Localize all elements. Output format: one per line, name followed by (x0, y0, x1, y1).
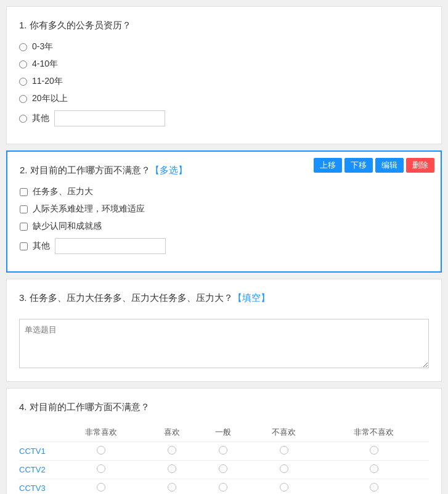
matrix-row-1: CCTV2 (19, 461, 429, 479)
option-row: 20年以上 (19, 93, 429, 104)
other-input-q1[interactable] (54, 110, 165, 126)
matrix-row-0: CCTV1 (19, 442, 429, 461)
matrix-cell-2-3 (248, 479, 319, 495)
radio-q1-0[interactable] (19, 43, 27, 51)
matrix-col-header-0: 非常喜欢 (56, 423, 146, 442)
edit-button[interactable]: 编辑 (375, 158, 404, 173)
matrix-radio-2-4[interactable] (370, 483, 378, 492)
radio-q1-other[interactable] (19, 115, 27, 123)
radio-q1-1[interactable] (19, 60, 27, 68)
matrix-radio-1-0[interactable] (97, 464, 105, 473)
action-bar: 上移 下移 编辑 删除 (314, 158, 434, 173)
option-text: 20年以上 (32, 93, 68, 104)
option-text: 4-10年 (32, 59, 58, 70)
matrix-cell-1-1 (146, 461, 197, 479)
matrix-cell-0-2 (197, 442, 248, 461)
matrix-row-label-1: CCTV2 (19, 461, 56, 479)
option-row: 11-20年 (19, 76, 429, 87)
option-text: 11-20年 (32, 76, 63, 87)
matrix-cell-0-4 (319, 442, 429, 461)
option-row: 人际关系难处理，环境难适应 (20, 204, 428, 215)
radio-q1-2[interactable] (19, 78, 27, 86)
option-other-label: 其他 (32, 113, 49, 124)
up-button[interactable]: 上移 (314, 158, 342, 173)
fill-tag: 【填空】 (233, 292, 270, 303)
matrix-cell-1-2 (197, 461, 248, 479)
page-container: 1. 你有多久的公务员资历？ 0-3年 4-10年 11-20年 20年以上 其… (6, 6, 442, 494)
checkbox-q2-0[interactable] (20, 188, 28, 196)
radio-q1-3[interactable] (19, 95, 27, 103)
option-row: 缺少认同和成就感 (20, 221, 428, 232)
matrix-col-header-4: 非常不喜欢 (319, 423, 429, 442)
matrix-cell-0-1 (146, 442, 197, 461)
matrix-cell-2-1 (146, 479, 197, 495)
question-3-title: 3. 任务多、压力大任务多、压力大任务多、压力大？【填空】 (19, 290, 429, 305)
matrix-cell-0-3 (248, 442, 319, 461)
option-text: 人际关系难处理，环境难适应 (33, 204, 145, 215)
question-2-title-text: 2. 对目前的工作哪方面不满意？ (20, 165, 150, 175)
option-row-other: 其他 (20, 238, 428, 254)
checkbox-q2-1[interactable] (20, 205, 28, 213)
question-4: 4. 对目前的工作哪方面不满意？ 非常喜欢 喜欢 一般 不喜欢 非常不喜欢 CC… (6, 388, 442, 494)
matrix-radio-2-1[interactable] (168, 483, 176, 492)
matrix-radio-1-1[interactable] (168, 464, 176, 473)
matrix-col-header-3: 不喜欢 (248, 423, 319, 442)
matrix-header-row: 非常喜欢 喜欢 一般 不喜欢 非常不喜欢 (19, 423, 429, 442)
matrix-radio-0-4[interactable] (370, 446, 378, 455)
matrix-table: 非常喜欢 喜欢 一般 不喜欢 非常不喜欢 CCTV1 CCTV2 (19, 423, 429, 494)
matrix-cell-2-4 (319, 479, 429, 495)
question-2: 上移 下移 编辑 删除 2. 对目前的工作哪方面不满意？【多选】 任务多、压力大… (6, 150, 442, 273)
option-text: 0-3年 (32, 41, 53, 52)
matrix-radio-2-2[interactable] (219, 483, 227, 492)
option-text: 任务多、压力大 (33, 186, 93, 197)
checkbox-q2-other[interactable] (20, 242, 28, 250)
question-3-title-text: 3. 任务多、压力大任务多、压力大任务多、压力大？ (19, 292, 233, 303)
fill-textarea-q3[interactable] (19, 319, 429, 368)
option-text: 缺少认同和成就感 (33, 221, 102, 232)
matrix-row-label-0: CCTV1 (19, 442, 56, 461)
down-button[interactable]: 下移 (344, 158, 373, 173)
question-4-title: 4. 对目前的工作哪方面不满意？ (19, 400, 429, 414)
delete-button[interactable]: 删除 (406, 158, 434, 173)
matrix-radio-0-3[interactable] (280, 446, 288, 455)
checkbox-q2-2[interactable] (20, 223, 28, 231)
other-input-q2[interactable] (55, 238, 166, 254)
matrix-row-2: CCTV3 (19, 479, 429, 495)
option-row: 4-10年 (19, 59, 429, 70)
matrix-cell-1-3 (248, 461, 319, 479)
matrix-row-header-empty (19, 423, 56, 442)
matrix-radio-2-3[interactable] (280, 483, 288, 492)
matrix-col-header-1: 喜欢 (146, 423, 197, 442)
matrix-cell-0-0 (56, 442, 146, 461)
matrix-row-label-2: CCTV3 (19, 479, 56, 495)
matrix-radio-0-1[interactable] (168, 446, 176, 455)
matrix-cell-1-4 (319, 461, 429, 479)
option-row-other: 其他 (19, 110, 429, 126)
matrix-cell-2-2 (197, 479, 248, 495)
matrix-radio-1-2[interactable] (219, 464, 227, 473)
matrix-cell-1-0 (56, 461, 146, 479)
question-3: 3. 任务多、压力大任务多、压力大任务多、压力大？【填空】 (6, 279, 442, 382)
matrix-radio-1-4[interactable] (370, 464, 378, 473)
option-row: 任务多、压力大 (20, 186, 428, 197)
matrix-radio-0-2[interactable] (219, 446, 227, 455)
matrix-radio-2-0[interactable] (97, 483, 105, 492)
matrix-cell-2-0 (56, 479, 146, 495)
multi-tag: 【多选】 (150, 165, 187, 175)
matrix-radio-0-0[interactable] (97, 446, 105, 455)
question-1-title: 1. 你有多久的公务员资历？ (19, 18, 429, 33)
question-1: 1. 你有多久的公务员资历？ 0-3年 4-10年 11-20年 20年以上 其… (6, 6, 442, 144)
matrix-col-header-2: 一般 (197, 423, 248, 442)
option-other-label: 其他 (33, 241, 50, 252)
option-row: 0-3年 (19, 41, 429, 52)
matrix-radio-1-3[interactable] (280, 464, 288, 473)
